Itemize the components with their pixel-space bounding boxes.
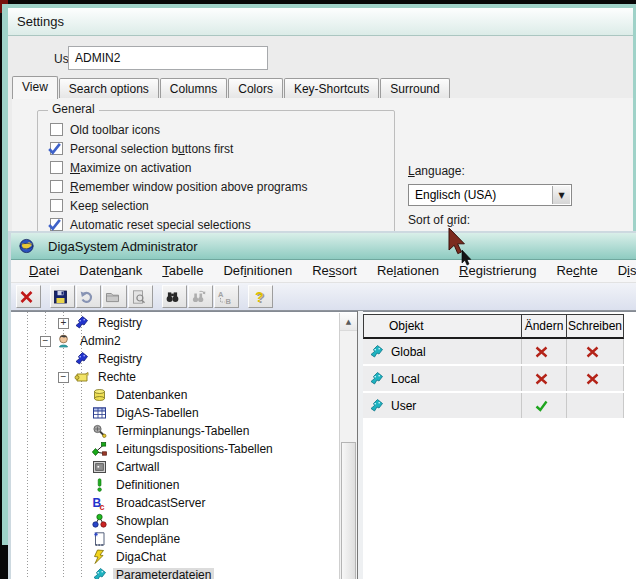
schreiben-cell[interactable] xyxy=(567,339,624,364)
collapse-minus-icon[interactable]: − xyxy=(58,372,69,383)
tree-item-showplan[interactable]: Showplan xyxy=(11,512,339,530)
undo-button[interactable] xyxy=(76,285,101,308)
scrollbar-thumb[interactable] xyxy=(341,442,356,579)
settings-titlebar[interactable]: Settings xyxy=(8,8,633,36)
checkbox-label: Old toolbar icons xyxy=(70,123,160,137)
tab-key-shortcuts[interactable]: Key-Shortcuts xyxy=(284,78,379,98)
table-icon xyxy=(91,405,108,421)
aendern-cell[interactable] xyxy=(522,393,567,418)
objekt-cell[interactable]: User xyxy=(363,393,522,418)
parameter-brush-icon xyxy=(368,398,385,414)
schreiben-cell[interactable] xyxy=(567,366,624,391)
checkbox-remember-window-position-above-programs[interactable]: Remember window position above programs xyxy=(50,177,307,196)
checkbox-box[interactable] xyxy=(50,180,63,193)
parameter-brush-icon xyxy=(368,371,385,387)
checkbox-box[interactable] xyxy=(50,142,63,155)
tree-vertical-scrollbar[interactable]: ▲ xyxy=(339,313,357,579)
app-globe-icon xyxy=(18,238,35,254)
cartwall-icon xyxy=(91,459,108,475)
parameter-brush-icon xyxy=(368,344,385,360)
menu-datenbank[interactable]: Datenbank xyxy=(69,261,152,281)
tab-colors[interactable]: Colors xyxy=(228,78,283,98)
broadcast-icon xyxy=(91,495,108,511)
find-next-button[interactable] xyxy=(188,285,213,308)
general-checkbox-list: Old toolbar iconsPersonal selection butt… xyxy=(50,120,307,234)
aendern-cell[interactable] xyxy=(522,366,567,391)
objekt-cell[interactable]: Local xyxy=(363,366,522,391)
tree-item-rechte[interactable]: −Rechte xyxy=(11,368,339,386)
scrollbar-up-arrow-icon[interactable]: ▲ xyxy=(340,313,357,331)
tree-item-label: Registry xyxy=(95,352,145,366)
tree-item-registry[interactable]: Registry xyxy=(11,350,339,368)
menu-definitionen[interactable]: Definitionen xyxy=(213,261,302,281)
checkbox-box[interactable] xyxy=(50,199,63,212)
tree-item-leitungsdispositions-tabellen[interactable]: Leitungsdispositions-Tabellen xyxy=(11,440,339,458)
tree-item-terminplanungs-tabellen[interactable]: Terminplanungs-Tabellen xyxy=(11,422,339,440)
chevron-down-icon[interactable]: ▼ xyxy=(552,186,570,204)
tree-item-cartwall[interactable]: Cartwall xyxy=(11,458,339,476)
green-check-icon xyxy=(533,398,550,414)
administrator-window-title: DigaSystem Administrator xyxy=(48,239,198,254)
aendern-cell[interactable] xyxy=(522,339,567,364)
tree-item-admin2[interactable]: −Admin2 xyxy=(11,332,339,350)
tree-item-registry[interactable]: +Registry xyxy=(11,314,339,332)
objekt-cell[interactable]: Global xyxy=(363,339,522,364)
help-button[interactable] xyxy=(248,285,273,308)
find-button[interactable] xyxy=(162,285,187,308)
preview-button[interactable] xyxy=(128,285,153,308)
replace-button[interactable] xyxy=(214,285,239,308)
tree-item-parameterdateien[interactable]: Parameterdateien xyxy=(11,566,339,579)
save-button[interactable] xyxy=(50,285,75,308)
red-cross-icon xyxy=(584,371,601,387)
checkbox-old-toolbar-icons[interactable]: Old toolbar icons xyxy=(50,120,307,139)
language-dropdown[interactable]: Englisch (USA)▼ xyxy=(408,184,572,206)
tree-item-digachat[interactable]: DigaChat xyxy=(11,548,339,566)
tab-surround[interactable]: Surround xyxy=(380,78,449,98)
lightning-icon xyxy=(91,549,108,565)
checkbox-maximize-on-activation[interactable]: Maximize on activation xyxy=(50,158,307,177)
checkbox-box[interactable] xyxy=(50,218,63,231)
tree-item-label: Leitungsdispositions-Tabellen xyxy=(113,442,276,456)
exclamation-icon xyxy=(91,477,108,493)
tree-item-label: Datenbanken xyxy=(113,388,190,402)
menu-dispo[interactable]: Dispo xyxy=(608,261,636,281)
tree-item-datenbanken[interactable]: Datenbanken xyxy=(11,386,339,404)
folder-button[interactable] xyxy=(102,285,127,308)
column-header-ändern: Ändern xyxy=(522,314,567,339)
tab-columns[interactable]: Columns xyxy=(160,78,227,98)
tree-item-definitionen[interactable]: Definitionen xyxy=(11,476,339,494)
user-field[interactable]: ADMIN2 xyxy=(68,46,268,70)
collapse-minus-icon[interactable]: − xyxy=(40,336,51,347)
rights-panel: ObjektÄndernSchreiben GlobalLocalUser xyxy=(363,311,636,579)
menu-rechte[interactable]: Rechte xyxy=(546,261,607,281)
tree-item-broadcastserver[interactable]: BroadcastServer xyxy=(11,494,339,512)
menu-datei[interactable]: Datei xyxy=(19,261,69,281)
delete-button[interactable] xyxy=(16,285,41,308)
column-header-schreiben: Schreiben xyxy=(567,314,624,339)
rights-row-user: User xyxy=(363,393,624,420)
tree-item-label: Sendepläne xyxy=(113,532,183,546)
tree-item-label: DigAS-Tabellen xyxy=(113,406,202,420)
expand-plus-icon[interactable]: + xyxy=(58,318,69,329)
menu-relationen[interactable]: Relationen xyxy=(367,261,449,281)
administrator-window: DigaSystem Administrator DateiDatenbankT… xyxy=(8,231,636,579)
administrator-titlebar[interactable]: DigaSystem Administrator xyxy=(11,233,636,260)
red-cross-icon xyxy=(533,371,550,387)
tab-search-options[interactable]: Search options xyxy=(59,78,159,98)
tree-item-digas-tabellen[interactable]: DigAS-Tabellen xyxy=(11,404,339,422)
objekt-label: Local xyxy=(391,372,420,386)
red-x-icon xyxy=(18,289,35,305)
menu-tabelle[interactable]: Tabelle xyxy=(152,261,213,281)
schreiben-cell[interactable] xyxy=(567,393,624,418)
parameter-brush-icon xyxy=(91,567,108,579)
checkbox-personal-selection-buttons-first[interactable]: Personal selection buttons first xyxy=(50,139,307,158)
general-group-title: General xyxy=(48,102,99,116)
mouse-cursor-secondary xyxy=(461,250,474,267)
tab-view[interactable]: View xyxy=(12,76,58,99)
checkbox-box[interactable] xyxy=(50,161,63,174)
checkbox-box[interactable] xyxy=(50,123,63,136)
language-value: Englisch (USA) xyxy=(415,188,496,202)
tree-item-sendepläne[interactable]: Sendepläne xyxy=(11,530,339,548)
menu-ressort[interactable]: Ressort xyxy=(302,261,367,281)
checkbox-keep-selection[interactable]: Keep selection xyxy=(50,196,307,215)
